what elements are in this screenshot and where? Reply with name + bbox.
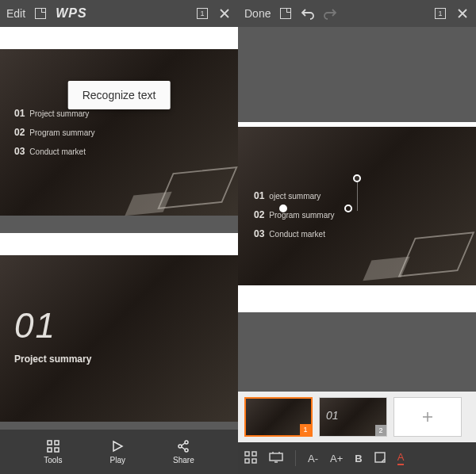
rslide-txt-3: Conduct market [269,230,325,239]
wps-logo: WPS [56,6,86,21]
tools-button[interactable]: Tools [44,430,62,474]
tools-label: Tools [44,456,62,464]
svg-rect-3 [55,448,59,452]
grid-icon[interactable] [244,451,257,466]
play-label: Play [110,456,125,464]
svg-point-4 [178,445,182,448]
font-increase-button[interactable]: A+ [330,453,343,464]
rslide-txt-2: Program summary [269,211,334,220]
slide2-title: Project summary [14,354,224,365]
page-count-icon-r[interactable]: 1 [433,6,447,21]
bold-button[interactable]: B [355,453,362,464]
phone-graphic-2 [125,192,171,216]
share-label: Share [173,456,194,464]
rslide-num-3: 03 [254,228,264,239]
svg-rect-10 [252,459,256,463]
close-icon-r[interactable] [455,6,470,21]
slide-1[interactable]: Recognize text 01Project summary 02Progr… [0,49,238,216]
add-slide-button[interactable] [393,397,462,437]
left-slide-area[interactable]: Recognize text 01Project summary 02Progr… [0,27,238,430]
undo-icon[interactable] [301,6,315,21]
phone-graphic-r2 [363,257,409,281]
share-button[interactable]: Share [173,430,194,474]
play-button[interactable]: Play [110,430,125,474]
right-slide-area: 01oject summary 02Program summary 03Cond… [238,27,476,474]
svg-rect-8 [252,452,256,456]
screen-icon[interactable] [269,452,283,465]
font-color-button[interactable]: A [397,451,405,465]
phone-graphic [157,166,237,209]
left-topbar: Edit WPS 1 [0,0,238,27]
slide1-txt-3: Conduct market [29,147,86,156]
close-icon[interactable] [217,6,232,21]
left-actionbar: Tools Play Share [0,430,238,474]
svg-rect-11 [270,453,282,461]
slide-2[interactable]: 01 Project summary [0,255,238,422]
slide1-num-3: 03 [14,146,25,157]
thumb-badge-1: 1 [300,424,311,435]
save-icon-r[interactable] [278,6,293,21]
edit-button[interactable]: Edit [6,7,25,20]
font-decrease-button[interactable]: A- [308,453,318,464]
save-icon[interactable] [33,6,48,21]
svg-rect-1 [55,441,59,445]
svg-rect-2 [48,448,52,452]
thumb-badge-2: 2 [375,425,386,436]
note-icon[interactable] [374,452,386,465]
svg-point-5 [185,441,188,444]
slide1-num-2: 02 [14,127,25,138]
redo-icon[interactable] [323,6,337,21]
right-topbar: Done 1 [238,0,476,27]
rslide-num-2: 02 [254,209,264,220]
svg-point-6 [185,449,188,452]
thumbnail-strip: 1 01 2 [238,392,476,442]
rotate-handle-icon[interactable] [353,174,361,182]
svg-rect-9 [245,459,249,463]
rslide-txt-1[interactable]: oject summary [269,192,321,201]
thumbnail-2[interactable]: 01 2 [319,397,387,437]
slide1-txt-2: Program summary [29,128,94,137]
recognize-text-popup[interactable]: Recognize text [68,81,171,109]
done-button[interactable]: Done [244,7,271,20]
editing-slide[interactable]: 01oject summary 02Program summary 03Cond… [238,127,476,285]
slide2-number: 01 [14,306,224,346]
rslide-num-1: 01 [254,190,264,201]
selection-handle-right[interactable] [344,205,352,212]
page-count-icon[interactable]: 1 [195,6,209,21]
thumbnail-1[interactable]: 1 [244,397,313,437]
slide1-txt-1: Project summary [29,109,89,118]
svg-rect-7 [245,452,249,456]
slide1-num-1: 01 [14,108,25,119]
svg-rect-0 [48,441,52,445]
format-toolbar: A- A+ B A [238,442,476,474]
